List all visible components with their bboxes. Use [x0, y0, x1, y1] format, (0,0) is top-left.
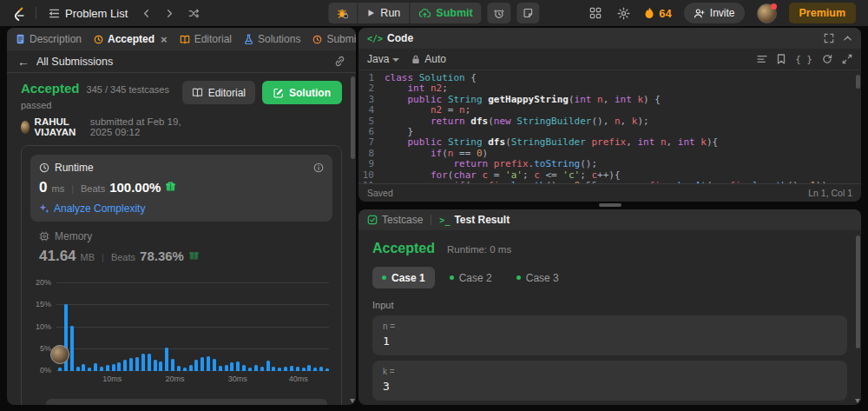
- test-panel-scrollbar[interactable]: [854, 232, 861, 405]
- leetcode-logo[interactable]: [12, 6, 27, 21]
- distribution-bar[interactable]: [194, 360, 198, 371]
- distribution-bar[interactable]: [177, 366, 181, 371]
- submit-button[interactable]: Submit: [410, 3, 481, 23]
- scroll-down-arrow[interactable]: [350, 399, 355, 403]
- all-submissions-label[interactable]: All Submissions: [36, 56, 113, 68]
- editorial-button[interactable]: Editorial: [182, 81, 255, 104]
- run-button[interactable]: Run: [358, 3, 409, 23]
- distribution-bar[interactable]: [76, 367, 80, 371]
- tab-solutions[interactable]: Solutions: [244, 33, 300, 45]
- distribution-bar[interactable]: [100, 367, 103, 371]
- distribution-bar[interactable]: [58, 368, 62, 371]
- distribution-bar[interactable]: [207, 356, 210, 371]
- problem-list-link[interactable]: Problem List: [45, 4, 131, 23]
- distribution-bar[interactable]: [236, 361, 240, 371]
- distribution-bar[interactable]: [219, 366, 222, 371]
- distribution-bar[interactable]: [171, 359, 174, 371]
- left-panel-scrollbar[interactable]: [349, 28, 356, 405]
- distribution-bar[interactable]: [230, 362, 233, 371]
- distribution-bar[interactable]: [242, 365, 246, 371]
- layout-grid-icon[interactable]: [588, 5, 603, 21]
- distribution-bar[interactable]: [189, 365, 193, 371]
- analyze-complexity-link[interactable]: Analyze Complexity: [39, 202, 324, 215]
- tab-description[interactable]: Description: [16, 33, 82, 45]
- debugger-button[interactable]: [328, 3, 357, 23]
- solution-button[interactable]: Solution: [262, 81, 342, 104]
- info-icon[interactable]: [313, 162, 324, 173]
- input-field-n[interactable]: n = 1: [372, 315, 847, 355]
- your-runtime-marker-avatar[interactable]: [50, 345, 69, 364]
- reset-code-icon[interactable]: [822, 54, 832, 64]
- tab-test-result[interactable]: Test Result: [454, 214, 510, 226]
- format-code-icon[interactable]: [757, 55, 767, 63]
- distribution-bar[interactable]: [290, 366, 293, 371]
- scroll-down-arrow[interactable]: [855, 399, 860, 403]
- auto-toggle[interactable]: Auto: [411, 53, 446, 65]
- daily-streak[interactable]: 64: [644, 7, 671, 20]
- distribution-bar[interactable]: [154, 360, 157, 371]
- distribution-bar[interactable]: [148, 354, 151, 371]
- distribution-bar[interactable]: [70, 326, 74, 371]
- distribution-bar[interactable]: [106, 365, 109, 371]
- distribution-bar[interactable]: [135, 357, 139, 371]
- distribution-bar[interactable]: [260, 367, 264, 371]
- prev-problem-button[interactable]: [138, 6, 155, 21]
- language-selector[interactable]: Java: [367, 53, 399, 65]
- code-scrollbar[interactable]: [854, 73, 861, 181]
- scrollbar-thumb[interactable]: [351, 76, 355, 159]
- collapse-chevron-icon[interactable]: [843, 34, 852, 43]
- distribution-bar[interactable]: [117, 362, 121, 371]
- distribution-bar[interactable]: [248, 368, 252, 371]
- expand-editor-icon[interactable]: [842, 54, 852, 64]
- back-arrow-icon[interactable]: ←: [17, 55, 30, 69]
- close-icon[interactable]: ×: [161, 33, 168, 46]
- distribution-bar[interactable]: [213, 359, 216, 371]
- tab-accepted[interactable]: Accepted ×: [94, 33, 168, 46]
- distribution-bar[interactable]: [88, 368, 91, 371]
- field-value[interactable]: 1: [383, 335, 837, 348]
- distribution-bar[interactable]: [129, 358, 133, 371]
- distribution-bar[interactable]: [159, 361, 162, 371]
- distribution-minimap[interactable]: 10ms20ms30ms40ms: [46, 399, 327, 405]
- beats-reward-icon[interactable]: [165, 181, 176, 192]
- memory-stat-block[interactable]: Memory 41.64 MB | Beats 78.36%: [30, 222, 332, 268]
- code-line-text[interactable]: if(prefix.length() > 0 && c == prefix.ch…: [385, 181, 827, 183]
- distribution-bar[interactable]: [94, 363, 97, 371]
- distribution-bar[interactable]: [165, 348, 168, 371]
- distribution-bar[interactable]: [296, 367, 299, 371]
- notes-button[interactable]: [517, 3, 540, 23]
- premium-button[interactable]: Premium: [789, 3, 857, 23]
- scrollbar-thumb[interactable]: [856, 235, 860, 348]
- distribution-bar[interactable]: [278, 368, 281, 371]
- next-problem-button[interactable]: [161, 6, 178, 21]
- field-value[interactable]: 3: [383, 380, 837, 393]
- braces-icon[interactable]: { }: [795, 54, 812, 65]
- fullscreen-icon[interactable]: [824, 33, 834, 43]
- panel-resize-handle[interactable]: [599, 203, 621, 207]
- case-tab-2[interactable]: Case 2: [440, 267, 502, 288]
- distribution-bar[interactable]: [272, 367, 275, 371]
- user-avatar[interactable]: [757, 3, 777, 23]
- code-editor[interactable]: 1class Solution {2 int n2;3 public Strin…: [358, 70, 861, 183]
- distribution-bar[interactable]: [313, 368, 317, 371]
- distribution-bar[interactable]: [284, 367, 287, 371]
- distribution-bar[interactable]: [112, 364, 115, 371]
- invite-button[interactable]: Invite: [684, 3, 745, 23]
- distribution-bar[interactable]: [201, 357, 204, 371]
- distribution-bar[interactable]: [183, 368, 187, 371]
- distribution-bar[interactable]: [254, 365, 258, 371]
- runtime-distribution-chart[interactable]: 20%15%10%5%0% 10ms20ms30ms40ms: [30, 275, 332, 387]
- distribution-bar[interactable]: [141, 354, 145, 371]
- tab-testcase[interactable]: Testcase: [382, 214, 423, 226]
- scrollbar-thumb[interactable]: [856, 75, 860, 89]
- distribution-bar[interactable]: [326, 368, 329, 371]
- distribution-bar[interactable]: [123, 360, 127, 371]
- bookmark-icon[interactable]: [777, 54, 786, 64]
- settings-gear-icon[interactable]: [615, 5, 632, 22]
- case-tab-1[interactable]: Case 1: [372, 267, 435, 288]
- code-line-text[interactable]: return dfs(new StringBuilder(), n, k);: [385, 116, 649, 127]
- distribution-bar[interactable]: [307, 365, 311, 371]
- input-field-k[interactable]: k = 3: [372, 361, 847, 401]
- distribution-bar[interactable]: [319, 367, 323, 371]
- case-tab-3[interactable]: Case 3: [507, 267, 569, 288]
